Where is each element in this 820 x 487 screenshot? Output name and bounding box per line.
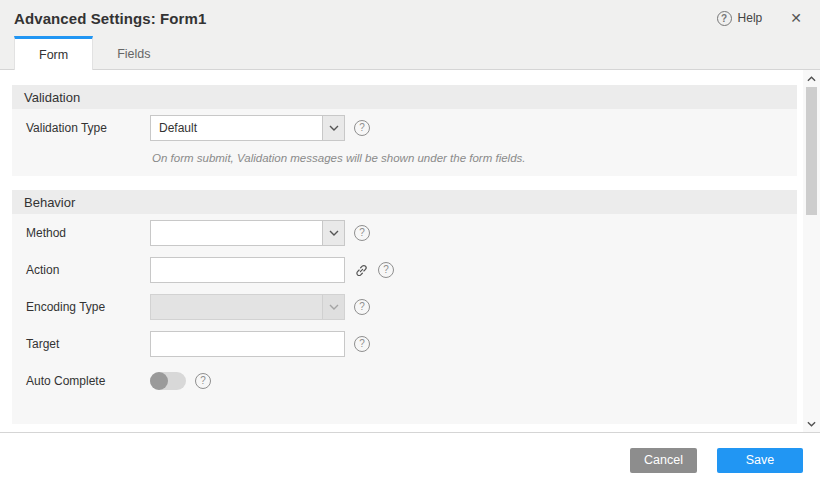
target-input[interactable] <box>150 331 345 357</box>
target-label: Target <box>26 337 150 351</box>
action-row: Action ? <box>26 257 797 283</box>
encoding-type-help-icon[interactable]: ? <box>354 299 370 315</box>
method-dropdown[interactable] <box>150 220 345 246</box>
dialog-titlebar: Advanced Settings: Form1 ? Help ✕ <box>0 0 820 36</box>
auto-complete-label: Auto Complete <box>26 374 150 388</box>
section-behavior-body: Method ? Action <box>12 214 797 424</box>
method-help-icon[interactable]: ? <box>354 225 370 241</box>
help-icon: ? <box>717 11 732 26</box>
content-area: Validation Validation Type Default ? <box>0 70 820 433</box>
encoding-type-row: Encoding Type ? <box>26 294 797 320</box>
validation-type-row: Validation Type Default ? <box>26 115 797 141</box>
action-help-icon[interactable]: ? <box>378 262 394 278</box>
section-behavior: Behavior Method ? Actio <box>12 190 797 424</box>
section-validation-body: Validation Type Default ? On form submit… <box>12 109 797 176</box>
chevron-down-icon <box>322 116 344 140</box>
help-button[interactable]: ? Help <box>717 11 763 26</box>
form-settings-panel: Validation Validation Type Default ? <box>0 70 803 432</box>
vertical-scrollbar[interactable] <box>803 70 820 432</box>
auto-complete-help-icon[interactable]: ? <box>195 373 211 389</box>
scroll-up-icon[interactable] <box>803 71 820 86</box>
section-behavior-title: Behavior <box>24 195 75 210</box>
validation-type-value: Default <box>151 116 322 140</box>
method-value <box>151 221 322 245</box>
section-validation-header: Validation <box>12 85 797 109</box>
section-validation: Validation Validation Type Default ? <box>12 85 797 176</box>
validation-type-hint: On form submit, Validation messages will… <box>150 152 526 164</box>
action-input[interactable] <box>150 257 345 283</box>
help-label: Help <box>738 11 763 25</box>
method-label: Method <box>26 226 150 240</box>
validation-type-label: Validation Type <box>26 121 150 135</box>
save-button[interactable]: Save <box>717 448 803 473</box>
toggle-knob-icon <box>150 372 168 390</box>
auto-complete-row: Auto Complete ? <box>26 368 797 394</box>
scroll-down-icon[interactable] <box>803 416 820 431</box>
tab-form[interactable]: Form <box>14 36 93 70</box>
section-behavior-header: Behavior <box>12 190 797 214</box>
dialog-title: Advanced Settings: Form1 <box>14 10 206 27</box>
encoding-type-value <box>151 295 322 319</box>
encoding-type-label: Encoding Type <box>26 300 150 314</box>
tab-bar: Form Fields <box>0 36 820 70</box>
action-label: Action <box>26 263 150 277</box>
validation-type-dropdown[interactable]: Default <box>150 115 345 141</box>
auto-complete-toggle[interactable] <box>150 372 186 390</box>
scrollbar-thumb[interactable] <box>806 87 817 215</box>
link-icon[interactable] <box>354 263 369 278</box>
target-help-icon[interactable]: ? <box>354 336 370 352</box>
advanced-settings-dialog: Advanced Settings: Form1 ? Help ✕ Form F… <box>0 0 820 487</box>
dialog-footer: Cancel Save <box>0 433 820 487</box>
cancel-button[interactable]: Cancel <box>630 448 697 473</box>
chevron-down-icon <box>322 221 344 245</box>
close-icon[interactable]: ✕ <box>788 9 804 27</box>
chevron-down-icon <box>322 295 344 319</box>
validation-type-help-icon[interactable]: ? <box>354 120 370 136</box>
section-validation-title: Validation <box>24 90 80 105</box>
encoding-type-dropdown <box>150 294 345 320</box>
method-row: Method ? <box>26 220 797 246</box>
tab-fields[interactable]: Fields <box>93 36 174 69</box>
validation-type-hint-row: On form submit, Validation messages will… <box>26 152 797 164</box>
target-row: Target ? <box>26 331 797 357</box>
